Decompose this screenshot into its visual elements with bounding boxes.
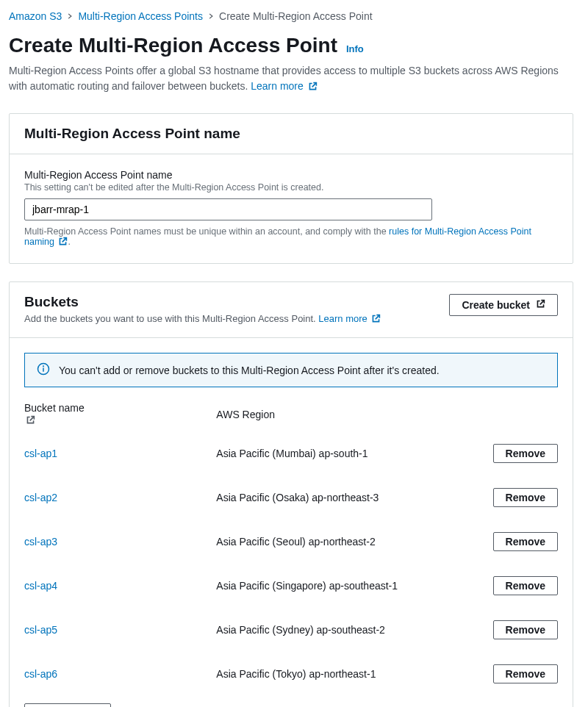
table-row: csl-ap1Asia Pacific (Mumbai) ap-south-1R… (24, 431, 558, 475)
remove-button[interactable]: Remove (493, 488, 558, 507)
add-buckets-button[interactable]: Add buckets (24, 703, 111, 707)
remove-button[interactable]: Remove (493, 664, 558, 683)
bucket-region: Asia Pacific (Mumbai) ap-south-1 (216, 431, 451, 475)
table-row: csl-ap6Asia Pacific (Tokyo) ap-northeast… (24, 652, 558, 696)
create-bucket-button[interactable]: Create bucket (449, 294, 558, 316)
learn-more-link[interactable]: Learn more (251, 80, 317, 92)
breadcrumb-current: Create Multi-Region Access Point (219, 10, 373, 22)
bucket-region: Asia Pacific (Tokyo) ap-northeast-1 (216, 652, 451, 696)
table-row: csl-ap3Asia Pacific (Seoul) ap-northeast… (24, 520, 558, 564)
external-link-icon (26, 415, 35, 427)
chevron-right-icon (207, 10, 215, 22)
col-header-region: AWS Region (216, 399, 451, 431)
info-alert-text: You can't add or remove buckets to this … (59, 365, 440, 376)
buckets-panel-title: Buckets (24, 294, 381, 310)
name-field-hint: This setting can't be edited after the M… (24, 182, 558, 193)
buckets-panel: Buckets Add the buckets you want to use … (9, 281, 573, 707)
table-row: csl-ap2Asia Pacific (Osaka) ap-northeast… (24, 475, 558, 520)
bucket-name-link[interactable]: csl-ap1 (24, 448, 57, 459)
info-link[interactable]: Info (346, 43, 364, 54)
external-link-icon (58, 237, 68, 248)
name-field-help: Multi-Region Access Point names must be … (24, 226, 558, 248)
external-link-icon (371, 314, 381, 326)
svg-point-2 (43, 366, 44, 367)
chevron-right-icon (66, 10, 74, 22)
name-input[interactable] (24, 198, 432, 220)
breadcrumb: Amazon S3 Multi-Region Access Points Cre… (9, 10, 573, 22)
col-header-action (451, 399, 558, 431)
remove-button[interactable]: Remove (493, 444, 558, 463)
bucket-name-link[interactable]: csl-ap6 (24, 668, 57, 680)
buckets-panel-subtitle: Add the buckets you want to use with thi… (24, 313, 381, 326)
external-link-icon (536, 299, 545, 311)
name-panel-body: Multi-Region Access Point name This sett… (10, 154, 573, 263)
info-alert: You can't add or remove buckets to this … (24, 353, 558, 387)
name-panel-title: Multi-Region Access Point name (24, 126, 240, 142)
buckets-table: Bucket name AWS Region csl-ap1Asia Pacif… (24, 399, 558, 696)
buckets-panel-header: Buckets Add the buckets you want to use … (10, 282, 573, 338)
bucket-name-link[interactable]: csl-ap3 (24, 536, 57, 548)
table-row: csl-ap5Asia Pacific (Sydney) ap-southeas… (24, 608, 558, 652)
name-panel: Multi-Region Access Point name Multi-Reg… (9, 113, 573, 264)
remove-button[interactable]: Remove (493, 532, 558, 551)
buckets-panel-body: You can't add or remove buckets to this … (10, 338, 573, 707)
page-description: Multi-Region Access Points offer a globa… (9, 63, 573, 96)
bucket-region: Asia Pacific (Sydney) ap-southeast-2 (216, 608, 451, 652)
name-panel-header: Multi-Region Access Point name (10, 114, 573, 154)
external-link-icon (308, 80, 318, 96)
remove-button[interactable]: Remove (493, 620, 558, 639)
bucket-name-link[interactable]: csl-ap2 (24, 492, 57, 503)
page-title: Create Multi-Region Access Point (9, 34, 337, 57)
buckets-learn-more-link[interactable]: Learn more (318, 313, 381, 324)
name-field-label: Multi-Region Access Point name (24, 169, 558, 181)
bucket-region: Asia Pacific (Seoul) ap-northeast-2 (216, 520, 451, 564)
bucket-name-link[interactable]: csl-ap5 (24, 624, 57, 636)
page-header: Create Multi-Region Access Point Info Mu… (9, 34, 573, 96)
bucket-region: Asia Pacific (Osaka) ap-northeast-3 (216, 475, 451, 520)
breadcrumb-link-mrap[interactable]: Multi-Region Access Points (78, 10, 203, 22)
table-row: csl-ap4Asia Pacific (Singapore) ap-south… (24, 564, 558, 608)
info-icon (37, 362, 50, 378)
bucket-name-link[interactable]: csl-ap4 (24, 580, 57, 592)
bucket-region: Asia Pacific (Singapore) ap-southeast-1 (216, 564, 451, 608)
col-header-bucket-name: Bucket name (24, 399, 216, 431)
breadcrumb-link-s3[interactable]: Amazon S3 (9, 10, 62, 22)
remove-button[interactable]: Remove (493, 576, 558, 595)
